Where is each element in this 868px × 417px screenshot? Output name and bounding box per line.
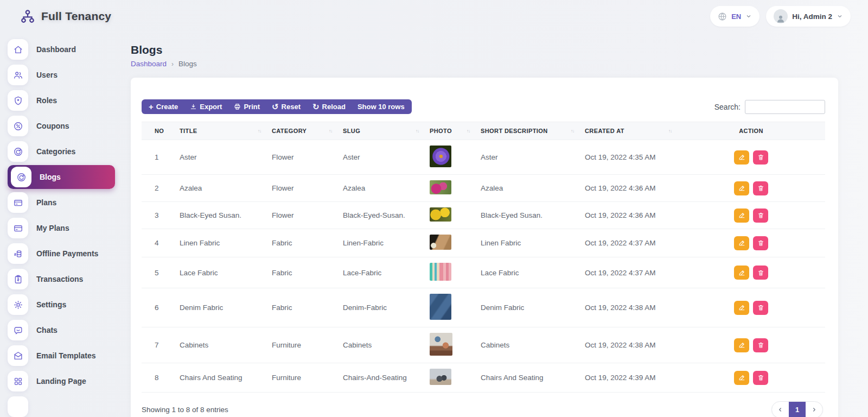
edit-button[interactable] [734, 266, 749, 280]
cell-photo [424, 363, 475, 393]
refresh-icon: ↻ [312, 103, 320, 111]
sidebar-item-my-plans[interactable]: My Plans [8, 218, 115, 238]
delete-button[interactable] [753, 301, 768, 315]
plus-icon: + [149, 103, 154, 111]
undo-icon: ↺ [272, 103, 279, 111]
edit-button[interactable] [734, 181, 749, 195]
cell-created-at: Oct 19, 2022 4:36 AM [579, 175, 677, 202]
edit-button[interactable] [734, 208, 749, 223]
cell-action [677, 363, 825, 393]
printer-icon [234, 103, 241, 110]
cell-created-at: Oct 19, 2022 4:37 AM [579, 257, 677, 288]
reset-button[interactable]: ↺ Reset [266, 99, 307, 114]
edit-button[interactable] [734, 371, 749, 385]
cell-slug: Cabinets [337, 327, 424, 363]
cell-action [677, 202, 825, 229]
sidebar-item-email-templates[interactable]: Email Templates [8, 345, 115, 366]
delete-button[interactable] [753, 371, 768, 385]
brand-logo[interactable]: Full Tenancy [20, 8, 111, 24]
cell-created-at: Oct 19, 2022 4:36 AM [579, 202, 677, 229]
sidebar-item-offline-payments[interactable]: Offline Payments [8, 243, 115, 264]
sort-icon: ↑↓ [329, 129, 332, 134]
edit-button[interactable] [734, 338, 749, 352]
cell-photo [424, 175, 475, 202]
top-header: Full Tenancy EN Hi, Admin 2 [0, 0, 868, 33]
sidebar-item-dashboard[interactable]: Dashboard [8, 39, 115, 60]
reload-button[interactable]: ↻ Reload [307, 99, 352, 114]
photo-azalea-pink-flowers [430, 180, 451, 194]
brand-name: Full Tenancy [41, 10, 111, 23]
sort-icon: ↑↓ [258, 129, 261, 134]
cell-category: Furniture [266, 363, 337, 393]
column-header-photo[interactable]: PHOTO↑↓ [424, 122, 475, 140]
delete-button[interactable] [753, 208, 768, 223]
previous-page-button[interactable] [772, 402, 789, 417]
photo-denim-fabric [430, 294, 451, 320]
export-button[interactable]: Export [184, 99, 228, 114]
delete-button[interactable] [753, 150, 768, 165]
create-button[interactable]: + Create [143, 99, 184, 114]
cell-category: Fabric [266, 257, 337, 288]
cell-no: 8 [142, 363, 174, 393]
edit-pencil-icon [738, 304, 745, 311]
home-icon [8, 39, 28, 60]
language-code: EN [731, 12, 741, 21]
sidebar-item-blogs[interactable]: Blogs [8, 165, 115, 189]
cell-category: Fabric [266, 229, 337, 257]
table-row: 3Black-Eyed Susan.FlowerBlack-Eyed-Susan… [142, 202, 825, 229]
table-row: 7CabinetsFurnitureCabinetsCabinetsOct 19… [142, 327, 825, 363]
cell-photo [424, 229, 475, 257]
credit-card-icon [8, 218, 28, 238]
column-header-title[interactable]: TITLE↑↓ [174, 122, 266, 140]
delete-button[interactable] [753, 338, 768, 352]
cell-no: 6 [142, 288, 174, 327]
column-header-created-at[interactable]: CREATED AT↑↓ [579, 122, 677, 140]
delete-button[interactable] [753, 236, 768, 250]
blogs-card: + Create Export Print ↺ Reset ↻ Relo [131, 78, 838, 417]
cell-description: Black-Eyed Susan. [475, 202, 579, 229]
shield-icon [8, 90, 28, 111]
delete-button[interactable] [753, 266, 768, 280]
language-selector[interactable]: EN [710, 6, 760, 27]
sidebar-item-settings[interactable]: Settings [8, 294, 115, 315]
table-row: 2AzaleaFlowerAzaleaAzaleaOct 19, 2022 4:… [142, 175, 825, 202]
delete-button[interactable] [753, 181, 768, 195]
edit-button[interactable] [734, 236, 749, 250]
cell-description: Lace Fabric [475, 257, 579, 288]
cell-created-at: Oct 19, 2022 4:38 AM [579, 288, 677, 327]
edit-button[interactable] [734, 301, 749, 315]
column-header-slug[interactable]: SLUG↑↓ [337, 122, 424, 140]
column-header-category[interactable]: CATEGORY↑↓ [266, 122, 337, 140]
show-rows-button[interactable]: Show 10 rows [352, 99, 411, 114]
sidebar-item-plans[interactable]: Plans [8, 192, 115, 213]
sidebar-item-categories[interactable]: Categories [8, 141, 115, 162]
print-button[interactable]: Print [228, 99, 266, 114]
page-title: Blogs [131, 43, 838, 56]
page-1-button[interactable]: 1 [789, 402, 806, 417]
sidebar-item-transactions[interactable]: Transactions [8, 269, 115, 289]
sitemap-icon [20, 8, 36, 24]
gear-icon [8, 294, 28, 315]
sidebar-item-partial[interactable] [8, 396, 115, 417]
sidebar-item-chats[interactable]: Chats [8, 320, 115, 340]
breadcrumb-dashboard-link[interactable]: Dashboard [131, 60, 167, 68]
cell-action [677, 288, 825, 327]
column-header-description[interactable]: SHORT DESCRIPTION↑↓ [475, 122, 579, 140]
sidebar-item-roles[interactable]: Roles [8, 90, 115, 111]
table-row: 6Denim FabricFabricDenim-FabricDenim Fab… [142, 288, 825, 327]
user-menu[interactable]: Hi, Admin 2 [766, 6, 851, 27]
search-input[interactable] [745, 100, 825, 114]
next-page-button[interactable] [806, 402, 822, 417]
cell-no: 2 [142, 175, 174, 202]
entries-summary: Showing 1 to 8 of 8 entries [142, 406, 228, 414]
table-row: 4Linen FabricFabricLinen-FabricLinen Fab… [142, 229, 825, 257]
category-icon [8, 141, 28, 162]
chevron-right-icon [811, 407, 817, 413]
sidebar-item-users[interactable]: Users [8, 65, 115, 85]
sidebar-item-landing-page[interactable]: Landing Page [8, 371, 115, 391]
cell-photo [424, 257, 475, 288]
edit-button[interactable] [734, 150, 749, 165]
sidebar-item-coupons[interactable]: Coupons [8, 116, 115, 136]
cell-title: Denim Fabric [174, 288, 266, 327]
cell-description: Linen Fabric [475, 229, 579, 257]
